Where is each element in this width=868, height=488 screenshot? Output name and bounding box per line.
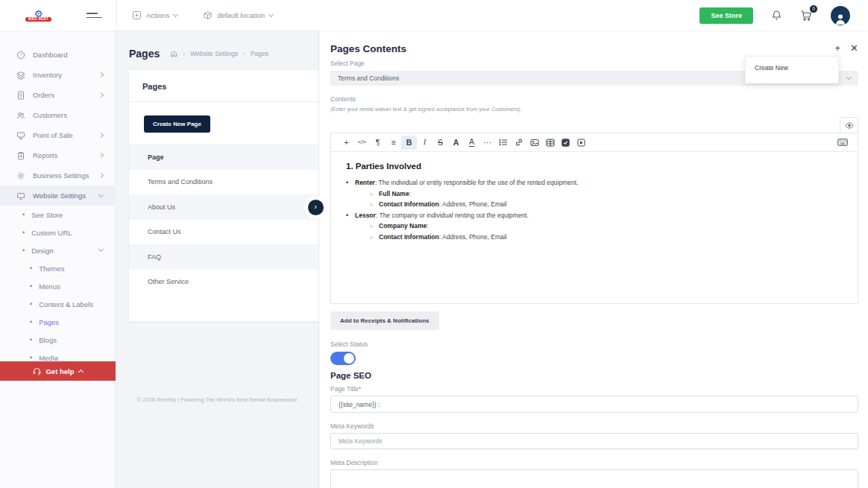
chevron-down-icon (98, 191, 104, 197)
strikethrough-icon[interactable]: S (433, 136, 448, 150)
sidebar-item-customers[interactable]: Customers (0, 105, 115, 125)
keyboard-shortcuts-icon[interactable] (834, 136, 850, 150)
paragraph-icon[interactable]: ¶ (370, 136, 386, 150)
panel-collapse-button[interactable]: › (304, 196, 327, 218)
chevron-down-icon (846, 75, 852, 80)
checkbox-icon[interactable] (558, 136, 573, 150)
topbar-left: ⚙‍ BIKE RENT (0, 0, 117, 31)
cart-button[interactable]: 0 (800, 10, 813, 22)
preview-button[interactable] (840, 117, 858, 133)
create-new-page-button[interactable]: Create New Page (144, 115, 210, 133)
table-row-page-header[interactable]: Page (129, 145, 318, 170)
create-new-popover[interactable]: Create New (745, 56, 839, 83)
sidebar-item-custom-url[interactable]: • Custom URL (0, 224, 115, 241)
get-help-button[interactable]: Get help (0, 361, 116, 381)
topbar-middle: Actions default location (117, 10, 273, 20)
chevron-down-icon (268, 11, 274, 16)
logo-badge: BIKE RENT (25, 17, 51, 22)
pages-contents-title: Pages Contents (330, 43, 406, 54)
topbar: ⚙‍ BIKE RENT Actions default location (0, 0, 868, 31)
underline-icon[interactable]: A (464, 136, 479, 150)
location-box-icon (203, 10, 213, 20)
italic-icon[interactable]: I (417, 136, 433, 150)
sidebar-item-point-of-sale[interactable]: Point of Sale (0, 125, 115, 145)
font-style-icon[interactable]: A (448, 136, 464, 150)
bullet-icon: • (30, 301, 32, 308)
sidebar-item-orders[interactable]: Orders (0, 85, 115, 105)
actions-label: Actions (146, 11, 169, 19)
sidebar-item-menus[interactable]: • Menus (0, 277, 115, 295)
bell-icon (771, 10, 782, 21)
chevron-right-icon (98, 133, 104, 138)
location-label: default location (217, 11, 265, 19)
video-embed-icon[interactable] (573, 136, 589, 150)
user-avatar[interactable] (831, 6, 850, 25)
page-title: Pages (129, 48, 160, 60)
sidebar-item-see-store[interactable]: • See Store (0, 206, 115, 224)
bullet-icon: • (30, 283, 32, 290)
list-item: Company Name: (370, 221, 843, 232)
sidebar-item-design[interactable]: • Design (0, 241, 115, 259)
meta-description-textarea[interactable] (330, 469, 858, 488)
add-to-receipts-button[interactable]: Add to Receipts & Notifications (330, 311, 439, 330)
location-dropdown[interactable]: default location (203, 10, 273, 20)
page-title-input[interactable] (330, 396, 858, 413)
toggle-knob (344, 353, 354, 364)
breadcrumb-separator: › (243, 50, 245, 57)
menu-toggle-icon[interactable] (87, 10, 103, 21)
sidebar-item-pages[interactable]: • Pages (0, 313, 115, 331)
table-row-other-service[interactable]: Other Service (129, 270, 318, 295)
close-icon[interactable]: ✕ (850, 43, 858, 53)
sidebar-item-content-labels[interactable]: • Content & Labels (0, 295, 115, 313)
app-logo[interactable]: ⚙‍ BIKE RENT (25, 9, 51, 22)
list-item: Full Name: (370, 188, 843, 200)
sidebar-item-reports[interactable]: Reports (0, 145, 115, 165)
image-icon[interactable] (526, 136, 542, 150)
chevron-right-icon (98, 153, 104, 158)
actions-dropdown[interactable]: Actions (132, 10, 177, 20)
editor-heading: 1. Parties Involved (346, 162, 843, 171)
table-row-contact-us[interactable]: Contact Us (129, 220, 318, 245)
table-row-faq[interactable]: FAQ (129, 244, 318, 270)
pages-contents-header: Pages Contents + ✕ (330, 43, 858, 54)
pages-card-title: Pages (129, 70, 318, 102)
sidebar-item-website-settings[interactable]: Website Settings (0, 186, 115, 206)
people-icon (16, 111, 25, 120)
see-store-button[interactable]: See Store (699, 7, 753, 24)
table-row-terms[interactable]: Terms and Conditions (129, 170, 318, 195)
notifications-button[interactable] (771, 10, 782, 21)
table-row-about-us[interactable]: About Us (129, 194, 318, 220)
bold-icon[interactable]: B (401, 136, 417, 150)
chevron-right-icon (98, 92, 104, 98)
list-item: Contact Information: Address, Phone, Ema… (370, 232, 843, 243)
layers-icon (16, 71, 25, 80)
code-view-icon[interactable]: </> (354, 136, 370, 150)
meta-keywords-input[interactable] (330, 433, 858, 449)
insert-plus-icon[interactable]: + (339, 136, 354, 150)
status-toggle[interactable] (330, 352, 356, 365)
contents-hint: (Enter your rental waiver text & get sig… (330, 106, 858, 113)
table-icon[interactable] (542, 136, 558, 150)
pages-panel-header: Pages › Website Settings › Pages (116, 31, 318, 60)
pages-panel: Pages › Website Settings › Pages Pages C… (116, 31, 318, 488)
chevron-right-icon (98, 173, 104, 178)
align-icon[interactable]: ≡ (386, 136, 401, 150)
pos-terminal-icon (16, 131, 25, 140)
home-icon[interactable] (170, 50, 177, 57)
editor-preview-row (330, 117, 858, 133)
sidebar-item-themes[interactable]: • Themes (0, 259, 115, 277)
sidebar-item-dashboard[interactable]: Dashboard (0, 45, 115, 65)
link-icon[interactable] (511, 136, 526, 150)
headset-icon (33, 367, 41, 375)
sidebar-item-blogs[interactable]: • Blogs (0, 331, 115, 349)
chevron-down-icon (173, 11, 178, 16)
contents-label: Contents (330, 95, 858, 103)
gear-icon (16, 171, 25, 180)
more-options-icon[interactable]: ⋯ (479, 136, 495, 150)
sidebar-item-business-settings[interactable]: Business Settings (0, 165, 115, 186)
list-icon[interactable] (495, 136, 511, 150)
sidebar-item-inventory[interactable]: Inventory (0, 65, 115, 85)
add-page-icon[interactable]: + (835, 43, 841, 53)
editor-content[interactable]: 1. Parties Involved Renter: The individu… (331, 152, 858, 303)
breadcrumb-item-website-settings[interactable]: Website Settings (190, 50, 238, 57)
